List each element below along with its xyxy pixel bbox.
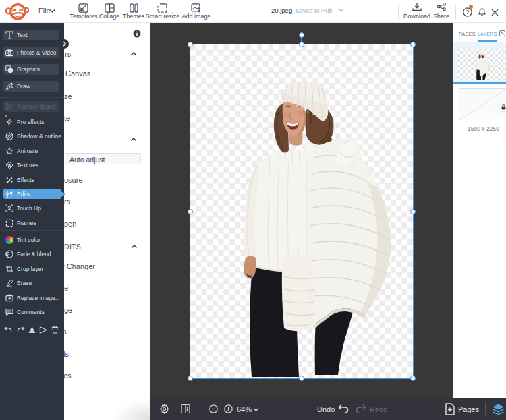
svg-text:?: ? <box>466 9 469 16</box>
